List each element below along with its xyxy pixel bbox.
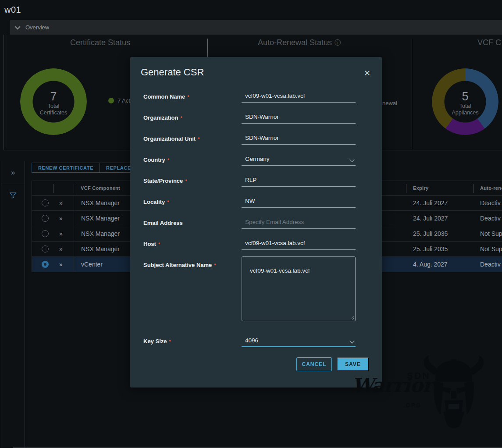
auto-renewal-title: Auto-Renewal Status [258,38,332,47]
watermark-warrior: Warrior [352,374,432,396]
field-label: Organizational Unit• [143,135,199,142]
total-appliances-label-1: Total [432,103,498,110]
row-radio-cell [32,261,53,268]
field-select[interactable]: 4096 [242,337,356,347]
required-asterisk: • [167,156,169,162]
watermark-org: .ORG [403,402,421,409]
field-label: State/Province• [143,178,187,184]
row-radio-button[interactable] [42,245,49,252]
filter-button[interactable] [1,184,25,199]
field-label: Subject Alternative Name• [143,262,216,268]
field-input[interactable]: NW [242,197,356,208]
filter-icon [10,192,16,199]
row-radio-cell [32,199,53,206]
required-asterisk: • [167,198,169,204]
row-expiry: 24. Juli 2027 [406,215,473,222]
field-value: SDN-Warrior [245,135,279,141]
row-auto-renewal: Not Sup [473,245,502,252]
field-label: Organization• [143,114,182,121]
header-divider [473,184,474,193]
total-appliances-label-2: Appliances [432,110,498,116]
chevron-down-icon [15,24,21,30]
renew-certificate-button[interactable]: RENEW CERTIFICATE [32,163,100,173]
required-asterisk: • [180,114,182,120]
field-value: vcf09-w01-vcsa.lab.vcf [250,267,310,274]
field-input[interactable]: Specify Email Address [242,218,356,229]
legend-active-certs: 7 Act [117,97,130,104]
required-asterisk: • [185,177,187,183]
field-input[interactable]: RLP [242,176,356,187]
required-asterisk: • [187,93,189,99]
horizontal-scrollbar[interactable] [13,447,502,448]
field-label: Common Name• [143,93,189,100]
row-expiry: 4. Aug. 2027 [406,261,473,268]
field-label: Country• [143,156,169,163]
expiry-column-header: Expiry [406,185,473,191]
close-icon[interactable]: ✕ [364,68,370,78]
chevron-down-icon [349,338,354,343]
required-asterisk: • [214,261,216,267]
row-radio-button[interactable] [42,215,49,222]
row-radio-button[interactable] [42,230,49,237]
auto-renewal-legend-fragment: newal [382,100,397,107]
row-radio-cell [32,215,53,222]
info-icon[interactable]: ⓘ [335,39,341,47]
field-label: Locality• [143,199,169,205]
row-auto-renewal: Not Sup [473,230,502,237]
sdn-warrior-watermark: SDN Warrior .ORG [349,353,489,434]
row-expiry: 25. Juli 2035 [406,245,473,252]
legend-dot [108,98,114,103]
header-divider [406,184,406,193]
total-certificates-count: 7 [20,90,87,103]
page-title: w01 [4,5,21,15]
header-divider [74,184,74,193]
field-value: 4096 [245,337,258,344]
row-expiry: 24. Juli 2027 [406,199,473,206]
certificate-status-title: Certificate Status [70,38,130,47]
row-expand-button[interactable]: » [53,261,74,268]
row-expand-button[interactable]: » [53,199,74,206]
header-divider [53,184,53,193]
field-label: Key Size• [143,338,171,345]
total-appliances-count: 5 [432,90,498,103]
row-auto-renewal: Deactiv [473,261,502,268]
resize-grip-icon[interactable] [350,316,354,320]
panel-divider [412,39,412,149]
field-textarea[interactable]: vcf09-w01-vcsa.lab.vcf [242,256,356,321]
overview-label: Overview [25,24,49,31]
field-value: SDN-Warrior [245,114,279,120]
field-value: Germany [245,156,270,162]
row-radio-cell [32,230,53,237]
field-select[interactable]: Germany [242,155,356,166]
required-asterisk: • [169,338,171,344]
row-radio-button[interactable] [42,199,49,206]
vcf-donut-center: 5 Total Appliances [432,90,498,116]
table-toolbar: RENEW CERTIFICATE REPLACE W [32,163,144,173]
field-input[interactable]: vcf09-w01-vcsa.lab.vcf [242,92,356,103]
row-expand-button[interactable]: » [53,245,74,252]
auto-renewal-column-header: Auto-rene [473,185,502,191]
field-value: RLP [245,177,256,183]
row-radio-button[interactable] [42,261,49,268]
field-input[interactable]: vcf09-w01-vcsa.lab.vcf [242,239,356,250]
field-value: NW [245,198,255,204]
certificate-donut-center: 7 Total Certificates [20,90,87,116]
field-value: vcf09-w01-vcsa.lab.vcf [245,92,305,99]
field-input[interactable]: SDN-Warrior [242,134,356,145]
cancel-button[interactable]: CANCEL [296,357,332,371]
auto-renewal-title-wrap: Auto-Renewal Status ⓘ [258,38,341,47]
required-asterisk: • [198,135,199,141]
overview-section-header[interactable]: Overview [10,20,502,35]
field-value: Specify Email Address [245,219,304,225]
row-radio-cell [32,245,53,252]
field-input[interactable]: SDN-Warrior [242,113,356,124]
side-rail: » [1,161,25,448]
row-expand-button[interactable]: » [53,215,74,222]
chevron-down-icon [349,157,354,162]
rail-expand-button[interactable]: » [1,161,25,184]
row-expand-button[interactable]: » [53,230,74,237]
field-label: Host• [143,241,160,247]
field-label: Email Address• [143,220,183,226]
row-expiry: 25. Juli 2035 [406,230,473,237]
modal-title: Generate CSR [141,67,204,78]
